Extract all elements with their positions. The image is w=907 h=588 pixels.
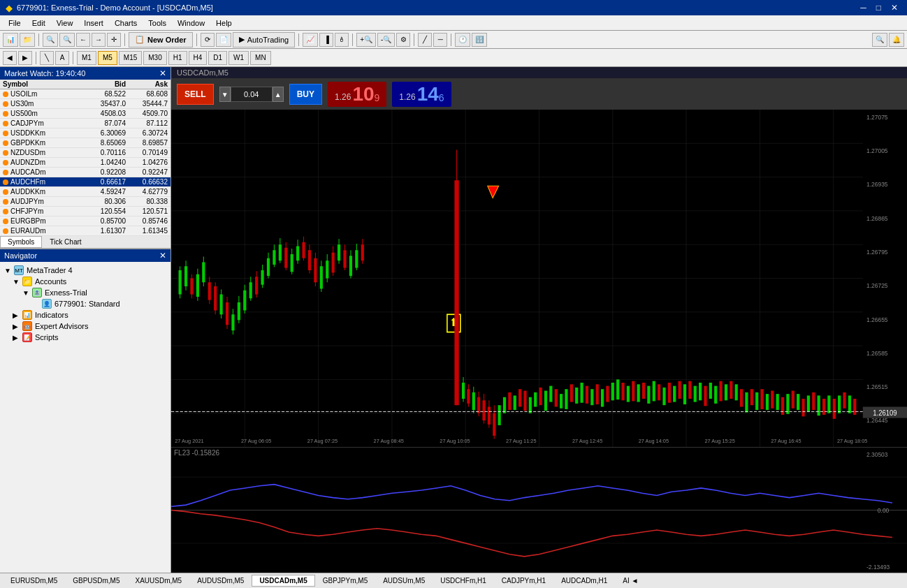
mw-row-usoilm[interactable]: USOILm 68.522 68.608 [0, 89, 170, 99]
mw-row-us30m[interactable]: US30m 35437.0 35444.7 [0, 99, 170, 109]
buy-price-super: 6 [439, 93, 444, 103]
autotrading-btn[interactable]: ▶ AutoTrading [233, 32, 296, 47]
crosshair-btn[interactable]: ✛ [107, 33, 121, 47]
lot-input[interactable] [231, 87, 273, 102]
tab-audusdm5-2[interactable]: AUDSUm,M5 [375, 575, 433, 587]
tab-usdcadm5[interactable]: USDCADm,M5 [252, 575, 314, 587]
nav-ea[interactable]: ▶ 🤖 Expert Advisors [3, 321, 168, 332]
template-btn[interactable]: 📄 [216, 33, 231, 47]
symbol-bid: 35437.0 [77, 100, 126, 108]
zoom-out2-btn[interactable]: -🔍 [377, 33, 395, 47]
mw-row-gbpdkkm[interactable]: GBPDKKm 8.65069 8.69857 [0, 138, 170, 148]
menu-file[interactable]: File [3, 17, 27, 29]
title-bar-controls[interactable]: ─ □ ✕ [857, 2, 901, 13]
tab-symbols[interactable]: Symbols [0, 236, 42, 248]
menu-window[interactable]: Window [172, 17, 210, 29]
tf-m1[interactable]: M1 [77, 51, 96, 65]
chart-candle-btn[interactable]: 🕯 [335, 33, 349, 47]
mw-row-cadjpym[interactable]: CADJPYm 87.074 87.112 [0, 119, 170, 128]
svg-rect-117 [575, 388, 578, 404]
navigator-close-btn[interactable]: ✕ [159, 251, 166, 260]
menu-view[interactable]: View [51, 17, 79, 29]
zoom-in-btn[interactable]: 🔍 [43, 33, 58, 47]
symbol-bid: 8.65069 [77, 139, 126, 147]
nav-indicators[interactable]: ▶ 📊 Indicators [3, 309, 168, 321]
menu-charts[interactable]: Charts [109, 17, 143, 29]
arrow-right-btn[interactable]: ▶ [18, 51, 32, 65]
tab-usdchfh1[interactable]: USDCHFm,H1 [433, 575, 494, 587]
tab-audcadh1[interactable]: AUDCADm,H1 [553, 575, 615, 587]
symbol-name: AUDDKKm [3, 188, 77, 196]
mw-row-euraudm[interactable]: EURAUDm 1.61307 1.61345 [0, 226, 170, 236]
tab-more[interactable]: AI ◄ [615, 575, 646, 587]
tab-gbpusdm5[interactable]: GBPUSDm,M5 [65, 575, 127, 587]
tf-m15[interactable]: M15 [119, 51, 142, 65]
tf-d1[interactable]: D1 [208, 51, 227, 65]
tf-mn[interactable]: MN [250, 51, 271, 65]
chart-svg: ⬆ [171, 110, 907, 447]
zoom-out-btn[interactable]: 🔍 [59, 33, 75, 47]
chart-bar-btn[interactable]: ▐ [319, 33, 333, 47]
mw-row-auddkkm[interactable]: AUDDKKm 4.59247 4.62779 [0, 187, 170, 197]
mw-row-chfjpym[interactable]: CHFJPYm 120.554 120.571 [0, 207, 170, 216]
menu-tools[interactable]: Tools [143, 17, 172, 29]
forward-btn[interactable]: → [92, 33, 106, 47]
tf-m5[interactable]: M5 [98, 51, 117, 65]
main-chart[interactable]: ⬆ [171, 110, 907, 447]
maximize-btn[interactable]: □ [873, 2, 885, 13]
tab-audusdm5[interactable]: AUDUSDm,M5 [189, 575, 252, 587]
tab-cadjpyh1[interactable]: CADJPYm,H1 [494, 575, 553, 587]
clock-btn[interactable]: 🕐 [455, 33, 470, 47]
hline-btn[interactable]: ─ [433, 33, 447, 47]
back-btn[interactable]: ← [76, 33, 90, 47]
new-chart-btn[interactable]: 📊 [3, 33, 18, 47]
mw-row-audcadm[interactable]: AUDCADm 0.92208 0.92247 [0, 168, 170, 177]
tf-w1[interactable]: W1 [228, 51, 249, 65]
lot-decrease-btn[interactable]: ▼ [219, 87, 231, 102]
open-btn[interactable]: 📁 [20, 33, 35, 47]
zoom-in2-btn[interactable]: +🔍 [356, 33, 376, 47]
lot-increase-btn[interactable]: ▲ [273, 87, 284, 102]
nav-scripts[interactable]: ▶ 📝 Scripts [3, 332, 168, 343]
nav-broker[interactable]: ▼ 🏦 Exness-Trial [3, 287, 168, 298]
svg-rect-140 [694, 386, 697, 402]
menu-edit[interactable]: Edit [27, 17, 51, 29]
nav-ea-icon: 🤖 [22, 321, 32, 331]
chart-line-btn[interactable]: 📈 [303, 33, 318, 47]
menu-help[interactable]: Help [210, 17, 238, 29]
mw-row-eurgbpm[interactable]: EURGBPm 0.85700 0.85746 [0, 216, 170, 226]
alert-btn[interactable]: 🔔 [889, 33, 904, 47]
tab-xauusdm5[interactable]: XAUUSDm,M5 [127, 575, 189, 587]
svg-text:27 Aug 10:05: 27 Aug 10:05 [440, 438, 470, 444]
buy-button[interactable]: BUY [289, 84, 322, 105]
mw-row-audnzdm[interactable]: AUDNZDm 1.04240 1.04276 [0, 158, 170, 168]
menu-insert[interactable]: Insert [78, 17, 109, 29]
calc-btn[interactable]: 🔢 [472, 33, 487, 47]
mw-row-us500m[interactable]: US500m 4508.03 4509.70 [0, 109, 170, 119]
minimize-btn[interactable]: ─ [857, 2, 870, 13]
market-watch-close-btn[interactable]: ✕ [159, 68, 166, 78]
close-btn[interactable]: ✕ [887, 2, 901, 13]
mw-row-usddkkm[interactable]: USDDKKm 6.30069 6.30724 [0, 128, 170, 138]
tab-eurusdm5[interactable]: EURUSDm,M5 [3, 575, 65, 587]
mw-row-nzdusdm[interactable]: NZDUSDm 0.70116 0.70149 [0, 148, 170, 158]
line-tool-btn[interactable]: ╲ [40, 51, 54, 65]
nav-accounts[interactable]: ▼ 📁 Accounts [3, 276, 168, 287]
tf-h4[interactable]: H4 [189, 51, 208, 65]
mw-row-audchfm[interactable]: AUDCHFm 0.66617 0.66632 [0, 177, 170, 187]
nav-account[interactable]: 👤 6779901: Standard [3, 298, 168, 309]
mw-row-audjpym[interactable]: AUDJPYm 80.306 80.338 [0, 197, 170, 207]
tf-h1[interactable]: H1 [168, 51, 187, 65]
sell-button[interactable]: SELL [177, 84, 214, 105]
period-btn[interactable]: ⟳ [201, 33, 215, 47]
arrow-left-btn[interactable]: ◀ [3, 51, 17, 65]
properties-btn[interactable]: ⚙ [396, 33, 410, 47]
tab-tick-chart[interactable]: Tick Chart [42, 236, 89, 248]
nav-root[interactable]: ▼ MT MetaTrader 4 [3, 265, 168, 276]
tab-gbpjpym5[interactable]: GBPJPYm,M5 [315, 575, 375, 587]
search-btn[interactable]: 🔍 [872, 33, 887, 47]
new-order-btn[interactable]: 📋 New Order [129, 32, 193, 47]
tf-m30[interactable]: M30 [143, 51, 166, 65]
text-tool-btn[interactable]: A [55, 51, 69, 65]
trendline-btn[interactable]: ╱ [418, 33, 432, 47]
